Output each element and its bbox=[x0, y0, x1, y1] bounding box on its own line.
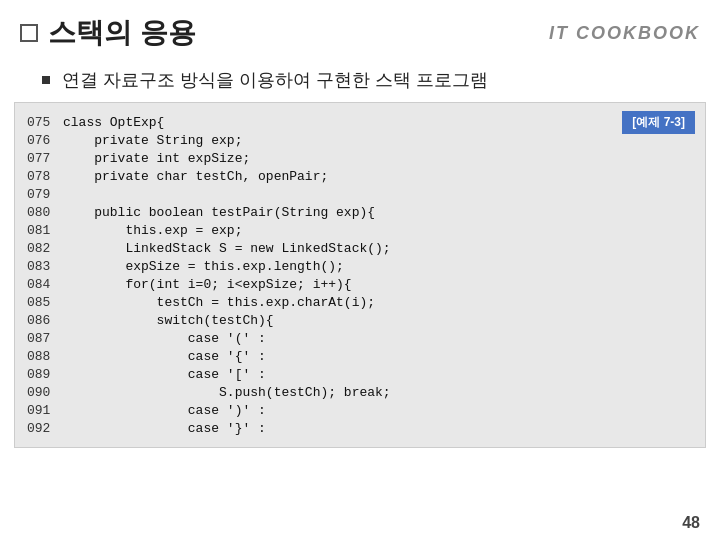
line-code: class OptExp{ bbox=[63, 113, 693, 131]
header-checkbox-icon bbox=[20, 24, 38, 42]
page-title: 스택의 응용 bbox=[48, 14, 196, 52]
table-row: 082 LinkedStack S = new LinkedStack(); bbox=[27, 239, 693, 257]
line-number: 086 bbox=[27, 311, 63, 329]
line-code: private int expSize; bbox=[63, 149, 693, 167]
line-number: 084 bbox=[27, 275, 63, 293]
table-row: 089 case '[' : bbox=[27, 365, 693, 383]
line-code: case '(' : bbox=[63, 329, 693, 347]
footer-page-number: 48 bbox=[682, 514, 700, 532]
table-row: 075class OptExp{ bbox=[27, 113, 693, 131]
example-badge: [예제 7-3] bbox=[622, 111, 695, 134]
line-code: case ')' : bbox=[63, 401, 693, 419]
line-number: 078 bbox=[27, 167, 63, 185]
line-number: 082 bbox=[27, 239, 63, 257]
line-code: LinkedStack S = new LinkedStack(); bbox=[63, 239, 693, 257]
table-row: 087 case '(' : bbox=[27, 329, 693, 347]
line-code bbox=[63, 185, 693, 203]
line-code: case '[' : bbox=[63, 365, 693, 383]
line-code: private char testCh, openPair; bbox=[63, 167, 693, 185]
subtitle-text: 연결 자료구조 방식을 이용하여 구현한 스택 프로그램 bbox=[62, 68, 488, 92]
code-table: 075class OptExp{076 private String exp;0… bbox=[27, 113, 693, 437]
line-number: 089 bbox=[27, 365, 63, 383]
line-code: for(int i=0; i<expSize; i++){ bbox=[63, 275, 693, 293]
line-number: 080 bbox=[27, 203, 63, 221]
table-row: 079 bbox=[27, 185, 693, 203]
line-code: expSize = this.exp.length(); bbox=[63, 257, 693, 275]
line-number: 083 bbox=[27, 257, 63, 275]
brand-label: IT COOKBOOK bbox=[549, 23, 700, 44]
line-number: 087 bbox=[27, 329, 63, 347]
line-code: testCh = this.exp.charAt(i); bbox=[63, 293, 693, 311]
table-row: 086 switch(testCh){ bbox=[27, 311, 693, 329]
table-row: 081 this.exp = exp; bbox=[27, 221, 693, 239]
table-row: 092 case '}' : bbox=[27, 419, 693, 437]
line-code: case '}' : bbox=[63, 419, 693, 437]
line-number: 075 bbox=[27, 113, 63, 131]
table-row: 080 public boolean testPair(String exp){ bbox=[27, 203, 693, 221]
line-code: switch(testCh){ bbox=[63, 311, 693, 329]
line-code: case '{' : bbox=[63, 347, 693, 365]
table-row: 077 private int expSize; bbox=[27, 149, 693, 167]
code-block: [예제 7-3] 075class OptExp{076 private Str… bbox=[14, 102, 706, 448]
bullet-icon bbox=[42, 76, 50, 84]
line-code: public boolean testPair(String exp){ bbox=[63, 203, 693, 221]
line-number: 079 bbox=[27, 185, 63, 203]
line-code: S.push(testCh); break; bbox=[63, 383, 693, 401]
table-row: 085 testCh = this.exp.charAt(i); bbox=[27, 293, 693, 311]
line-code: this.exp = exp; bbox=[63, 221, 693, 239]
line-number: 092 bbox=[27, 419, 63, 437]
table-row: 090 S.push(testCh); break; bbox=[27, 383, 693, 401]
line-number: 081 bbox=[27, 221, 63, 239]
line-code: private String exp; bbox=[63, 131, 693, 149]
table-row: 084 for(int i=0; i<expSize; i++){ bbox=[27, 275, 693, 293]
line-number: 091 bbox=[27, 401, 63, 419]
table-row: 091 case ')' : bbox=[27, 401, 693, 419]
table-row: 076 private String exp; bbox=[27, 131, 693, 149]
line-number: 090 bbox=[27, 383, 63, 401]
subtitle-row: 연결 자료구조 방식을 이용하여 구현한 스택 프로그램 bbox=[0, 62, 720, 102]
line-number: 076 bbox=[27, 131, 63, 149]
line-number: 077 bbox=[27, 149, 63, 167]
line-number: 088 bbox=[27, 347, 63, 365]
line-number: 085 bbox=[27, 293, 63, 311]
header: 스택의 응용 IT COOKBOOK bbox=[0, 0, 720, 62]
table-row: 078 private char testCh, openPair; bbox=[27, 167, 693, 185]
table-row: 088 case '{' : bbox=[27, 347, 693, 365]
table-row: 083 expSize = this.exp.length(); bbox=[27, 257, 693, 275]
